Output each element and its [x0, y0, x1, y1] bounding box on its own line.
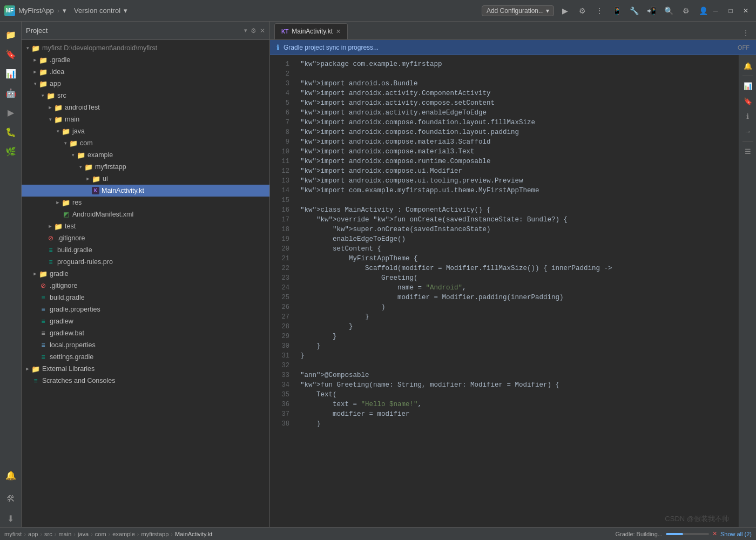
rg-structure-icon[interactable]: 📊 — [741, 79, 754, 92]
tree-file-icon: ≡ — [46, 246, 55, 254]
code-line-31: } — [300, 351, 732, 361]
panel-title: Project — [26, 26, 241, 35]
tab-close-button[interactable]: ✕ — [336, 28, 341, 35]
bc-app[interactable]: app — [28, 531, 38, 537]
device-manager-icon[interactable]: 📱 — [610, 4, 623, 17]
code-line-34: "kw">fun Greeting(name: String, modifier… — [300, 380, 732, 390]
run-button[interactable]: ▶ — [558, 4, 571, 17]
account-icon[interactable]: 👤 — [697, 4, 710, 17]
sidebar-icon-git[interactable]: 🌿 — [2, 143, 19, 160]
panel-settings-icon[interactable]: ⚙ — [251, 27, 256, 35]
avd-icon[interactable]: 📲 — [645, 4, 658, 17]
tree-item-gradle-properties[interactable]: ≡gradle.properties — [22, 303, 269, 315]
sidebar-icon-bookmark[interactable]: 🔖 — [2, 45, 19, 63]
tree-item-androidTest[interactable]: ►📁androidTest — [22, 102, 269, 113]
tree-item-AndroidManifest-xml[interactable]: ◩AndroidManifest.xml — [22, 208, 269, 220]
code-line-19: enableEdgeToEdge() — [300, 234, 732, 244]
sidebar-icon-structure[interactable]: 📊 — [2, 65, 19, 82]
tree-item-src[interactable]: ▾📁src — [22, 90, 269, 102]
tree-item-app[interactable]: ▾📁app — [22, 78, 269, 90]
tree-item-MainActivity-kt[interactable]: KMainActivity.kt — [22, 185, 269, 197]
tree-item-example[interactable]: ▾📁example — [22, 149, 269, 161]
debug-button[interactable]: ⚙ — [576, 4, 589, 17]
tree-item-java[interactable]: ▾📁java — [22, 125, 269, 137]
tree-item-test[interactable]: ►📁test — [22, 220, 269, 232]
bc-mainactivity[interactable]: MainActivity.kt — [175, 531, 212, 537]
minimize-button[interactable]: ─ — [710, 5, 721, 17]
bc-src[interactable]: src — [44, 531, 52, 537]
bc-main[interactable]: main — [58, 531, 71, 537]
tree-item-myfirst[interactable]: ▾📁myfirst D:\development\android\myfirst — [22, 42, 269, 54]
tree-item-myfirstapp[interactable]: ▾📁myfirstapp — [22, 161, 269, 173]
title-bar-left: MF MyFirstApp › ▾ Version control ▾ — [4, 5, 482, 16]
tree-item-local-properties[interactable]: ≡local.properties — [22, 339, 269, 351]
code-line-36: text = "Hello $name!", — [300, 400, 732, 409]
close-button[interactable]: ✕ — [740, 5, 752, 17]
tree-item-gradle[interactable]: ►📁gradle — [22, 268, 269, 280]
tree-item-main[interactable]: ▾📁main — [22, 113, 269, 125]
gradle-off-button[interactable]: OFF — [738, 44, 750, 51]
tree-item-label: .idea — [50, 68, 64, 76]
search-icon[interactable]: 🔍 — [662, 4, 675, 17]
tree-arrow: ► — [84, 175, 92, 183]
sidebar-icon-android[interactable]: 🤖 — [2, 84, 19, 102]
bc-myfirst[interactable]: myfirst — [4, 531, 22, 537]
tree-item-gradlew[interactable]: ≡gradlew — [22, 315, 269, 327]
app-dropdown[interactable]: ▾ — [63, 6, 66, 15]
sdk-manager-icon[interactable]: 🔧 — [627, 4, 640, 17]
tab-mainactivity-label: MainActivity.kt — [292, 28, 333, 35]
sidebar-icon-notifications[interactable]: 🔔 — [2, 467, 19, 484]
bc-com[interactable]: com — [95, 531, 106, 537]
rg-list-icon[interactable]: ☰ — [741, 145, 754, 158]
maximize-button[interactable]: □ — [725, 5, 737, 17]
panel-dropdown-arrow[interactable]: ▾ — [244, 27, 247, 34]
code-line-26: ) — [300, 302, 732, 312]
tree-item-build-gradle[interactable]: ≡build.gradle — [22, 244, 269, 256]
bc-java[interactable]: java — [78, 531, 89, 537]
editor-area: KT MainActivity.kt ✕ ⋮ ℹ Gradle project … — [270, 22, 756, 527]
tree-item-Scratches-and-Consoles[interactable]: ≡Scratches and Consoles — [22, 375, 269, 387]
kt-file-icon: KT — [281, 29, 288, 35]
sidebar-icon-run[interactable]: ▶ — [2, 104, 19, 121]
tree-item--gradle[interactable]: ►📁.gradle — [22, 54, 269, 66]
rg-bookmark-icon[interactable]: 🔖 — [741, 94, 754, 107]
bc-myfirstapp[interactable]: myfirstapp — [141, 531, 169, 537]
show-all-link[interactable]: Show all (2) — [720, 531, 752, 537]
code-line-27: } — [300, 312, 732, 322]
gradle-info-icon: ℹ — [276, 43, 279, 52]
panel-close-icon[interactable]: ✕ — [260, 27, 265, 35]
tree-item-com[interactable]: ▾📁com — [22, 137, 269, 149]
rg-info-icon[interactable]: ℹ — [741, 110, 754, 123]
rg-arrow-icon[interactable]: → — [741, 125, 754, 138]
tree-item--gitignore[interactable]: ⊘.gitignore — [22, 280, 269, 292]
tree-item--idea[interactable]: ►📁.idea — [22, 66, 269, 78]
tree-item-ui[interactable]: ►📁ui — [22, 173, 269, 185]
sidebar-icon-debug[interactable]: 🐛 — [2, 123, 19, 140]
tab-more-button[interactable]: ⋮ — [740, 26, 752, 39]
tree-file-icon: ≡ — [31, 376, 40, 385]
settings-icon[interactable]: ⚙ — [679, 4, 692, 17]
sidebar-icon-bottom2[interactable]: 🛠 — [2, 490, 19, 508]
tab-mainactivity[interactable]: KT MainActivity.kt ✕ — [274, 23, 348, 39]
tree-file-icon: 📁 — [84, 163, 93, 171]
tree-file-icon: ≡ — [39, 353, 48, 361]
rg-notifications-icon[interactable]: 🔔 — [741, 59, 754, 72]
panel-header: Project ▾ ⚙ ✕ — [22, 22, 269, 40]
run-config-dropdown[interactable]: Add Configuration... ▾ — [482, 5, 554, 16]
tree-item-settings-gradle[interactable]: ≡settings.gradle — [22, 351, 269, 363]
vc-dropdown[interactable]: ▾ — [124, 6, 127, 15]
tree-file-icon: 📁 — [92, 174, 100, 183]
bc-example[interactable]: example — [112, 531, 135, 537]
tree-item--gitignore[interactable]: ⊘.gitignore — [22, 232, 269, 244]
code-line-8: "kw">import androidx.compose.foundation.… — [300, 127, 732, 137]
tree-item-res[interactable]: ►📁res — [22, 197, 269, 208]
sidebar-icon-project[interactable]: 📁 — [2, 26, 19, 43]
tree-item-build-gradle[interactable]: ≡build.gradle — [22, 292, 269, 303]
sidebar-icon-bottom3[interactable]: ⬇ — [2, 510, 19, 527]
tree-item-proguard-rules-pro[interactable]: ≡proguard-rules.pro — [22, 256, 269, 268]
tree-item-External-Libraries[interactable]: ►📁External Libraries — [22, 363, 269, 375]
tree-arrow: ► — [46, 222, 54, 230]
code-editor[interactable]: "kw">package com.example.myfirstapp "kw"… — [294, 55, 739, 527]
tree-item-gradlew-bat[interactable]: ≡gradlew.bat — [22, 327, 269, 339]
more-button[interactable]: ⋮ — [593, 4, 606, 17]
